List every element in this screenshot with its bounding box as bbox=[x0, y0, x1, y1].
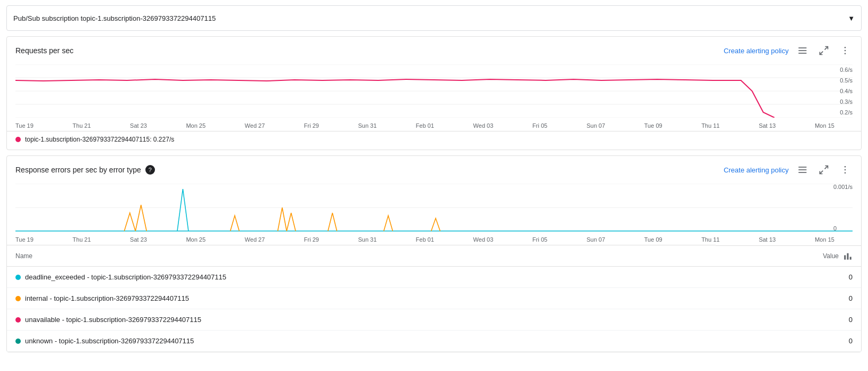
chart1-create-alert-link[interactable]: Create alerting policy bbox=[724, 47, 789, 55]
row-value-cell: 0 bbox=[716, 288, 861, 309]
svg-point-19 bbox=[845, 169, 846, 171]
chart2-legend-btn[interactable] bbox=[795, 162, 810, 177]
chart2-y-top: 0.001/s bbox=[833, 184, 853, 190]
svg-line-16 bbox=[825, 166, 828, 169]
row-color-dot bbox=[15, 296, 21, 301]
svg-line-17 bbox=[820, 171, 823, 174]
column-chart-icon bbox=[843, 251, 853, 261]
svg-rect-26 bbox=[847, 253, 849, 259]
chart1-header: Requests per sec Create alerting policy bbox=[7, 37, 861, 62]
subscription-dropdown[interactable]: Pub/Sub subscription topic-1.subscriptio… bbox=[6, 5, 862, 31]
table-row: deadline_exceeded - topic-1.subscription… bbox=[7, 267, 861, 288]
chart1-area bbox=[7, 62, 861, 121]
row-value-cell: 0 bbox=[716, 309, 861, 331]
row-name-cell: internal - topic-1.subscription-32697933… bbox=[7, 288, 716, 309]
chart2-header: Response errors per sec by error type ? … bbox=[7, 156, 861, 182]
chart1-wrapper: 0.6/s 0.5/s 0.4/s 0.3/s 0.2/s bbox=[7, 62, 861, 121]
chart1-actions: Create alerting policy bbox=[724, 43, 853, 58]
row-label: unknown - topic-1.subscription-326979337… bbox=[25, 337, 194, 345]
chart1-more-btn[interactable] bbox=[838, 43, 853, 58]
response-errors-panel: Response errors per sec by error type ? … bbox=[6, 155, 862, 352]
chart2-svg bbox=[15, 184, 853, 232]
chart1-fullscreen-btn[interactable] bbox=[816, 43, 831, 58]
dropdown-label: Pub/Sub subscription topic-1.subscriptio… bbox=[13, 14, 216, 22]
table-row: unknown - topic-1.subscription-326979337… bbox=[7, 331, 861, 352]
chart2-x-axis: Tue 19 Thu 21 Sat 23 Mon 25 Wed 27 Fri 2… bbox=[7, 235, 861, 245]
row-label: unavailable - topic-1.subscription-32697… bbox=[25, 316, 201, 324]
svg-point-6 bbox=[845, 50, 846, 52]
chart2-fullscreen-btn[interactable] bbox=[816, 162, 831, 177]
table-row: unavailable - topic-1.subscription-32697… bbox=[7, 309, 861, 331]
svg-point-7 bbox=[845, 53, 846, 55]
chart2-title: Response errors per sec by error type bbox=[15, 166, 141, 174]
requests-per-sec-panel: Requests per sec Create alerting policy bbox=[6, 36, 862, 150]
legend-dot-1 bbox=[15, 137, 21, 142]
row-value-cell: 0 bbox=[716, 267, 861, 288]
chart2-area bbox=[7, 182, 861, 235]
chart2-y-axis: 0.001/s 0 bbox=[833, 184, 853, 232]
row-value-cell: 0 bbox=[716, 331, 861, 352]
svg-point-20 bbox=[845, 172, 846, 174]
chart2-create-alert-link[interactable]: Create alerting policy bbox=[724, 166, 789, 174]
chart1-legend: topic-1.subscription-3269793372294407115… bbox=[7, 131, 861, 150]
svg-line-4 bbox=[820, 52, 823, 55]
row-name-cell: unknown - topic-1.subscription-326979337… bbox=[7, 331, 716, 352]
row-label: internal - topic-1.subscription-32697933… bbox=[25, 294, 189, 302]
chart1-title: Requests per sec bbox=[15, 46, 73, 55]
row-color-dot bbox=[15, 317, 21, 323]
chart1-y-axis: 0.6/s 0.5/s 0.4/s 0.3/s 0.2/s bbox=[840, 64, 853, 118]
svg-rect-27 bbox=[850, 257, 851, 259]
row-name-cell: deadline_exceeded - topic-1.subscription… bbox=[7, 267, 716, 288]
table-row: internal - topic-1.subscription-32697933… bbox=[7, 288, 861, 309]
error-table: Name Value deadline_exceeded - topic-1.s… bbox=[7, 245, 861, 352]
chart1-legend-label: topic-1.subscription-3269793372294407115… bbox=[25, 136, 174, 143]
col-value-header: Value bbox=[716, 245, 861, 267]
chart2-wrapper: 0.001/s 0 bbox=[7, 182, 861, 235]
svg-point-5 bbox=[845, 47, 846, 48]
svg-line-3 bbox=[825, 47, 828, 50]
chart1-legend-btn[interactable] bbox=[795, 43, 810, 58]
row-color-dot bbox=[15, 339, 21, 344]
chart2-y-bottom: 0 bbox=[833, 225, 853, 232]
chart2-more-btn[interactable] bbox=[838, 162, 853, 177]
row-label: deadline_exceeded - topic-1.subscription… bbox=[25, 273, 226, 281]
chevron-down-icon: ▼ bbox=[848, 14, 855, 22]
chart2-actions: Create alerting policy bbox=[724, 162, 853, 177]
col-name-header: Name bbox=[7, 245, 716, 267]
chart1-x-axis: Tue 19 Thu 21 Sat 23 Mon 25 Wed 27 Fri 2… bbox=[7, 121, 861, 131]
row-name-cell: unavailable - topic-1.subscription-32697… bbox=[7, 309, 716, 331]
svg-point-18 bbox=[845, 166, 846, 168]
svg-rect-25 bbox=[844, 255, 846, 259]
help-icon[interactable]: ? bbox=[145, 165, 155, 175]
chart1-svg bbox=[15, 64, 853, 118]
row-color-dot bbox=[15, 275, 21, 280]
